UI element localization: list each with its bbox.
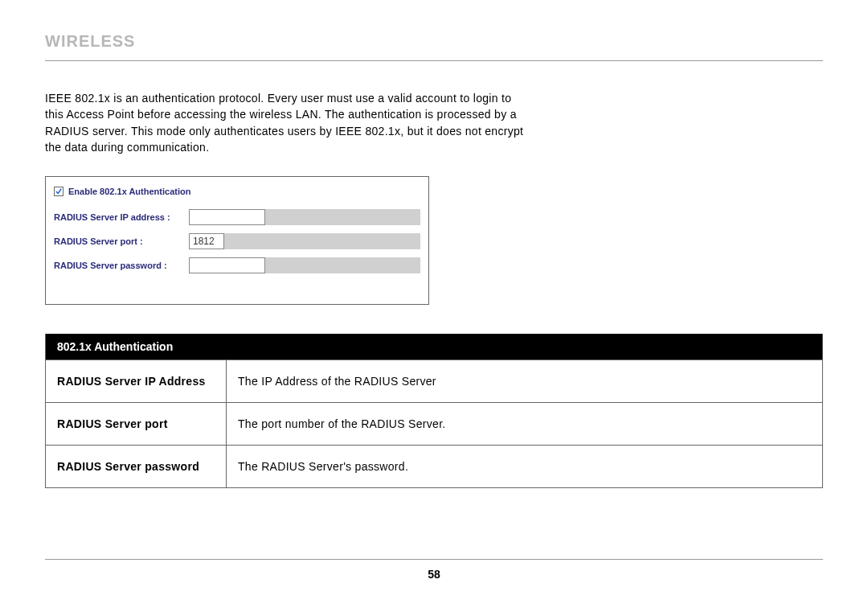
radius-form-panel: Enable 802.1x Authentication RADIUS Serv… [45, 176, 429, 305]
page-number: 58 [45, 568, 823, 581]
radius-ip-row: RADIUS Server IP address : [54, 209, 420, 225]
enable-8021x-checkbox[interactable] [54, 187, 63, 196]
radius-password-row: RADIUS Server password : [54, 257, 420, 273]
divider-bottom [45, 559, 823, 560]
radius-ip-label: RADIUS Server IP address : [54, 212, 189, 222]
intro-paragraph: IEEE 802.1x is an authentication protoco… [45, 90, 527, 155]
radius-password-input[interactable] [189, 257, 265, 273]
table-row: RADIUS Server port The port number of th… [46, 402, 822, 445]
desc-key: RADIUS Server port [46, 403, 227, 445]
desc-key: RADIUS Server password [46, 446, 227, 487]
page-title: WIRELESS [45, 32, 823, 51]
enable-8021x-row[interactable]: Enable 802.1x Authentication [54, 187, 420, 196]
desc-val: The port number of the RADIUS Server. [227, 403, 822, 445]
radius-password-label: RADIUS Server password : [54, 261, 189, 270]
desc-table-header: 802.1x Authentication [46, 334, 822, 359]
desc-key: RADIUS Server IP Address [46, 360, 227, 402]
radius-port-input-wrap: 1812 [189, 233, 420, 249]
radius-port-row: RADIUS Server port : 1812 [54, 233, 420, 249]
radius-port-input[interactable]: 1812 [189, 233, 224, 249]
enable-8021x-label: Enable 802.1x Authentication [68, 187, 190, 196]
radius-password-input-wrap [189, 257, 420, 273]
page-footer: 58 [45, 559, 823, 581]
check-icon [55, 188, 62, 195]
desc-val: The IP Address of the RADIUS Server [227, 360, 822, 402]
table-row: RADIUS Server password The RADIUS Server… [46, 445, 822, 487]
desc-val: The RADIUS Server's password. [227, 446, 822, 487]
divider-top [45, 60, 823, 61]
radius-ip-input-wrap [189, 209, 420, 225]
radius-ip-input[interactable] [189, 209, 265, 225]
table-row: RADIUS Server IP Address The IP Address … [46, 359, 822, 402]
radius-port-label: RADIUS Server port : [54, 236, 189, 246]
desc-table: 802.1x Authentication RADIUS Server IP A… [45, 334, 823, 488]
